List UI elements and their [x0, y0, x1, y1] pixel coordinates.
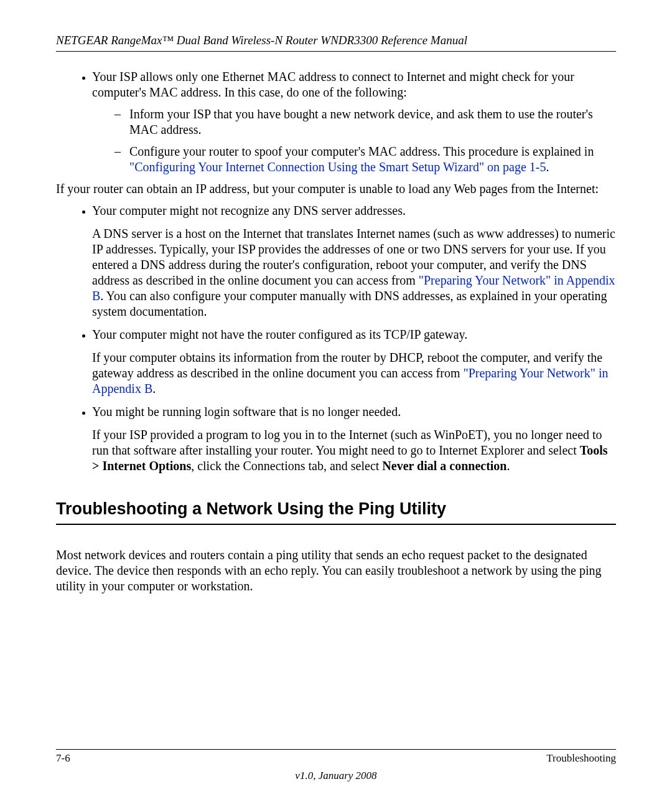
text: , click the Connections tab, and select [191, 459, 382, 473]
list-item: Your computer might not have the router … [92, 327, 616, 397]
footer-section: Troubleshooting [546, 752, 616, 765]
page-number: 7-6 [56, 752, 70, 765]
dash-text: . [546, 160, 549, 174]
text: If your ISP provided a program to log yo… [92, 428, 602, 457]
bullet-text: Your ISP allows only one Ethernet MAC ad… [92, 70, 574, 99]
document-page: NETGEAR RangeMax™ Dual Band Wireless-N R… [0, 0, 672, 807]
section-heading: Troubleshooting a Network Using the Ping… [56, 499, 616, 525]
text: . You can also configure your computer m… [92, 289, 607, 318]
text: . [152, 382, 156, 395]
bullet-text: Your computer might not have the router … [92, 328, 467, 341]
dash-text: Configure your router to spoof your comp… [129, 144, 594, 158]
dash-item: Inform your ISP that you have bought a n… [114, 106, 616, 138]
dash-item: Configure your router to spoof your comp… [114, 144, 616, 175]
list-item: Your computer might not recognize any DN… [92, 203, 616, 319]
list-paragraph: If your computer obtains its information… [92, 350, 616, 397]
paragraph: Most network devices and routers contain… [56, 547, 616, 594]
cross-reference-link[interactable]: "Configuring Your Internet Connection Us… [129, 160, 546, 174]
list-paragraph: If your ISP provided a program to log yo… [92, 427, 616, 474]
body-content: Your ISP allows only one Ethernet MAC ad… [56, 69, 616, 594]
bold-text: Never dial a connection [382, 459, 506, 473]
paragraph: If your router can obtain an IP address,… [56, 181, 616, 197]
list-paragraph: A DNS server is a host on the Internet t… [92, 226, 616, 319]
text: . [507, 459, 510, 473]
bullet-text: You might be running login software that… [92, 405, 401, 418]
page-footer: 7-6 Troubleshooting v1.0, January 2008 [56, 749, 616, 782]
footer-version: v1.0, January 2008 [56, 770, 616, 782]
running-header: NETGEAR RangeMax™ Dual Band Wireless-N R… [56, 34, 616, 52]
list-item: You might be running login software that… [92, 404, 616, 474]
bullet-text: Your computer might not recognize any DN… [92, 204, 406, 217]
dash-text: Inform your ISP that you have bought a n… [129, 107, 593, 136]
list-item: Your ISP allows only one Ethernet MAC ad… [92, 69, 616, 175]
